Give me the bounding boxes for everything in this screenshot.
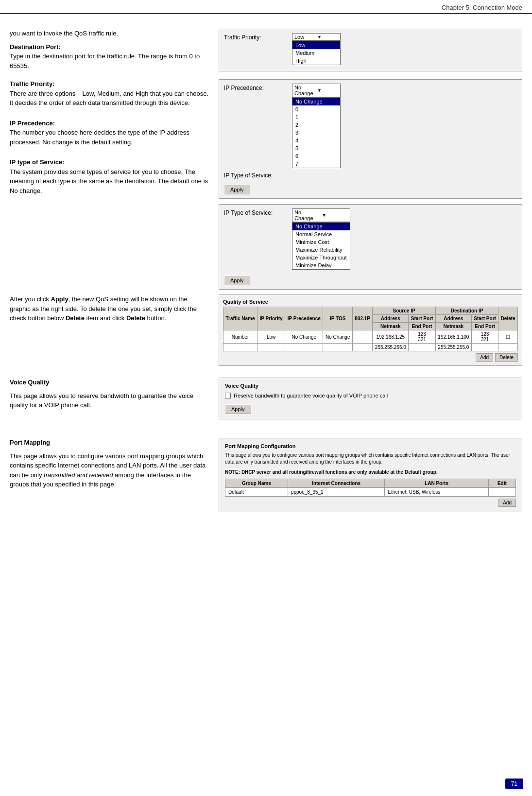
qos-add-button[interactable]: Add (476, 353, 493, 362)
apply-button-2[interactable]: Apply (224, 276, 250, 285)
col-dst-startport: Start Port (471, 315, 498, 323)
ip-prec-nochange[interactable]: No Change (292, 98, 340, 105)
ip-tos-dropdown[interactable]: No Change ▼ No Change Normal Service Min… (292, 208, 350, 270)
cell-dst-sport: 123321 (471, 330, 498, 344)
port-mapping-panel: Port Mapping Configuration This page all… (219, 438, 522, 512)
cell-prec2 (285, 344, 323, 351)
port-mapping-heading: Port Mapping (10, 439, 50, 446)
traffic-priority-panel: Traffic Priority: Low ▼ Low Medium High (219, 29, 522, 71)
tos-mincost[interactable]: Minimize Cost (292, 238, 350, 246)
table-row: Number Low No Change No Change 192.168.1… (223, 330, 518, 344)
voice-quality-panel: Voice Quality Reserve bandwidth to guara… (219, 378, 522, 419)
ip-tos-panel: IP Type of Service: No Change ▼ No Chang… (219, 204, 522, 290)
ip-prec-1[interactable]: 1 (292, 113, 340, 121)
ip-precedence-selected[interactable]: No Change ▼ (292, 84, 341, 97)
vq-checkbox-label: Reserve bandwidth to guarantee voice qua… (234, 393, 388, 398)
pm-col-lan: LAN Ports (385, 479, 488, 488)
cell-pri2 (257, 344, 285, 351)
col-source-ip: Source IP (373, 307, 436, 315)
pm-cell-lan: Ethernet, USB, Wireless (385, 488, 488, 497)
cell-num2 (223, 344, 257, 351)
port-mapping-desc: This page allows you to configure variou… (10, 451, 209, 489)
traffic-priority-text: There are three options – Low, Medium, a… (10, 90, 208, 107)
col-dst-endport: End Port (471, 323, 498, 330)
ip-tos-text: The system provides some types of servic… (10, 168, 208, 194)
ip-tos2-label: IP Type of Service: (224, 208, 287, 216)
apply-button-voice[interactable]: Apply (225, 404, 251, 414)
col-priority: IP Priority (257, 307, 285, 330)
ip-precedence-dropdown[interactable]: No Change ▼ No Change 0 1 2 3 4 5 6 (292, 84, 341, 168)
qos-table: Traffic Name IP Priority IP Precedence I… (223, 307, 518, 351)
ip-prec-4[interactable]: 4 (292, 137, 340, 144)
col-src-startport: Start Port (409, 315, 435, 323)
apply-button-1[interactable]: Apply (224, 185, 250, 194)
ip-precedence-panel: IP Precedence: No Change ▼ No Change 0 1… (219, 79, 522, 199)
ip-tos1-label: IP Type of Service: (224, 171, 287, 179)
ip-tos-heading: IP type of Service: (10, 158, 64, 166)
pm-panel-desc: This page allows you to configure variou… (225, 452, 516, 466)
tp-option-high[interactable]: High (292, 57, 340, 65)
cell-number: Number (223, 330, 257, 344)
col-8021p: 802.1P (352, 307, 372, 330)
cell-src-nm: 255.255.255.0 (373, 344, 409, 351)
qos-delete-button[interactable]: Delete (495, 353, 518, 362)
table-row: 255.255.255.0 255.255.255.0 (223, 344, 518, 351)
tos-mindelay[interactable]: Minimize Delay (292, 261, 350, 269)
tos-normal[interactable]: Normal Service (292, 230, 350, 238)
vq-checkbox-row: Reserve bandwidth to guarantee voice qua… (225, 393, 516, 398)
pm-add-button[interactable]: Add (498, 499, 516, 507)
tp-option-low[interactable]: Low (292, 41, 340, 49)
col-delete: Delete (498, 307, 518, 330)
col-src-addr: Address (373, 315, 409, 323)
ip-prec-0[interactable]: 0 (292, 105, 340, 113)
cell-del2 (498, 344, 518, 351)
ip-prec-6[interactable]: 6 (292, 152, 340, 160)
table-row: Default pppoe_8_35_1 Ethernet, USB, Wire… (225, 488, 516, 497)
ip-prec-7[interactable]: 7 (292, 160, 340, 168)
ip-prec-3[interactable]: 3 (292, 129, 340, 137)
dest-port-text: Type in the destination port for the tra… (10, 52, 200, 69)
page-header: Chapter 5: Connection Mode (0, 0, 532, 14)
cell-tos2 (323, 344, 353, 351)
pm-panel-title: Port Mapping Configuration (225, 443, 516, 449)
intro-text: you want to invoke the QoS traffic rule. (10, 29, 209, 38)
pm-cell-inet: pppoe_8_35_1 (288, 488, 385, 497)
col-ip-tos: IP TOS (323, 307, 353, 330)
traffic-priority-heading: Traffic Priority: (10, 80, 54, 87)
tos-maxrel[interactable]: Maximize Reliability (292, 246, 350, 254)
voice-quality-heading: Voice Quality (10, 379, 49, 386)
cell-delete-check[interactable]: ☐ (498, 330, 518, 344)
ip-prec-2[interactable]: 2 (292, 121, 340, 129)
ip-prec-5[interactable]: 5 (292, 144, 340, 152)
col-src-endport: End Port (409, 323, 435, 330)
cell-src-sport: 123321 (409, 330, 435, 344)
col-traffic-name: Traffic Name (223, 307, 257, 330)
page-number: 71 (505, 779, 523, 789)
vq-panel-title: Voice Quality (225, 383, 516, 389)
dest-port-heading: Destination Port: (10, 43, 61, 51)
tos-nochange[interactable]: No Change (292, 223, 350, 230)
qos-table-title: Quality of Service (223, 299, 518, 305)
cell-ip-prec: No Change (285, 330, 323, 344)
ip-tos-selected[interactable]: No Change ▼ (292, 208, 350, 222)
cell-dst-ep (471, 344, 498, 351)
voice-quality-desc: This page allows you to reserve bandwidt… (10, 391, 209, 410)
chapter-title: Chapter 5: Connection Mode (442, 4, 522, 11)
tos-maxthr[interactable]: Maximize Throughput (292, 254, 350, 261)
vq-checkbox[interactable] (225, 393, 231, 398)
cell-src-ep (409, 344, 435, 351)
pm-buttons: Add (225, 499, 516, 507)
traffic-priority-label: Traffic Priority: (224, 33, 287, 41)
col-dst-netmask: Netmask (435, 323, 471, 330)
cell-dst-nm: 255.255.255.0 (435, 344, 471, 351)
ip-precedence-label: IP Precedence: (224, 84, 287, 91)
col-ip-prec: IP Precedence (285, 307, 323, 330)
ip-precedence-text: The number you choose here decides the t… (10, 129, 189, 146)
cell-src-addr: 192.168.1.25 (373, 330, 409, 344)
traffic-priority-selected[interactable]: Low ▼ (292, 33, 341, 41)
traffic-priority-dropdown[interactable]: Low ▼ Low Medium High (292, 33, 341, 65)
qos-table-panel: Quality of Service Traffic Name IP Prior… (219, 294, 522, 366)
cell-8021p2 (352, 344, 372, 351)
cell-dst-addr: 192.168.1.100 (435, 330, 471, 344)
tp-option-medium[interactable]: Medium (292, 49, 340, 57)
